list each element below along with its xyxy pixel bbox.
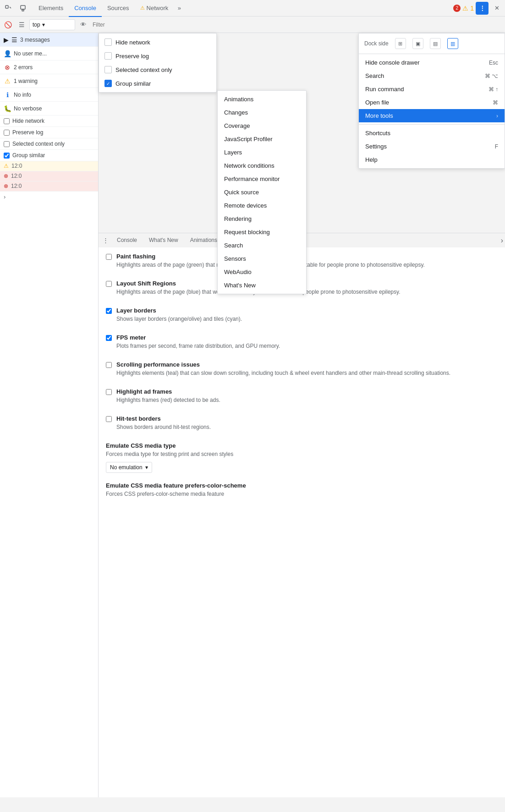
- hide-network-checkbox[interactable]: [4, 118, 10, 124]
- emulate-media-select[interactable]: No emulation ▾: [106, 462, 152, 473]
- menu-hide-console-drawer[interactable]: Hide console drawer Esc: [359, 56, 505, 69]
- submenu-changes[interactable]: Changes: [218, 106, 306, 119]
- menu-open-file[interactable]: Open file ⌘: [359, 96, 505, 109]
- svg-rect-3: [22, 10, 24, 11]
- tab-right-area: 2 ⚠ 1 ⋮ ✕: [453, 2, 503, 15]
- hide-network-row[interactable]: Hide network: [0, 115, 98, 127]
- submenu-performance-monitor[interactable]: Performance monitor: [218, 172, 306, 186]
- user-icon: 👤: [4, 50, 11, 57]
- msg-row-verbose[interactable]: 🐛 No verbose: [0, 102, 98, 115]
- clear-console-button[interactable]: 🚫: [2, 19, 14, 31]
- fps-meter-checkbox[interactable]: [106, 335, 112, 341]
- paint-flashing-checkbox[interactable]: [106, 254, 112, 260]
- submenu-webaudio[interactable]: WebAudio: [218, 265, 306, 279]
- submenu-search[interactable]: Search: [218, 239, 306, 252]
- scrolling-perf-title: Scrolling performance issues: [116, 361, 450, 368]
- preserve-log-label: Preserve log: [12, 129, 43, 136]
- menu-search[interactable]: Search ⌘ ⌥: [359, 69, 505, 82]
- dock-undock-icon[interactable]: ⊞: [395, 38, 406, 49]
- submenu-whats-new[interactable]: What's New: [218, 279, 306, 292]
- context-selector[interactable]: top ▾: [29, 19, 75, 30]
- more-tabs-button[interactable]: »: [174, 3, 185, 14]
- expand-button[interactable]: ›: [0, 192, 98, 202]
- layer-borders-checkbox[interactable]: [106, 308, 112, 314]
- warning-count-badge: ⚠ 1: [462, 5, 474, 12]
- scrolling-perf-checkbox[interactable]: [106, 362, 112, 368]
- menu-settings[interactable]: Settings F: [359, 140, 505, 153]
- submenu-rendering[interactable]: Rendering: [218, 212, 306, 225]
- hit-test-row: Hit-test borders Shows borders around hi…: [106, 415, 498, 435]
- submenu-request-blocking[interactable]: Request blocking: [218, 225, 306, 239]
- tab-console[interactable]: Console: [69, 0, 102, 17]
- dock-bottom-icon[interactable]: ▥: [447, 38, 458, 49]
- hit-test-checkbox[interactable]: [106, 416, 112, 422]
- group-similar-check: ✓: [104, 80, 112, 87]
- ad-frames-checkbox[interactable]: [106, 389, 112, 395]
- hit-test-text: Hit-test borders Shows borders around hi…: [116, 415, 211, 435]
- filter-preserve-log[interactable]: Preserve log: [99, 49, 216, 63]
- msg-row-user[interactable]: 👤 No user me...: [0, 47, 98, 60]
- tab-bar: Elements Console Sources ⚠ Network » 2 ⚠…: [0, 0, 505, 16]
- tab-elements[interactable]: Elements: [33, 0, 69, 17]
- menu-more-tools[interactable]: More tools ›: [359, 109, 505, 122]
- left-panel: ▶ ☰ 3 messages 👤 No user me... ⊗ 2 error…: [0, 33, 99, 797]
- menu-run-command[interactable]: Run command ⌘ ↑: [359, 82, 505, 96]
- filter-input[interactable]: [91, 22, 503, 28]
- emulate-select-chevron: ▾: [145, 464, 148, 471]
- emulate-media-type-section: Emulate CSS media type Forces media type…: [106, 442, 498, 473]
- tab-sources[interactable]: Sources: [102, 0, 135, 17]
- main-area: ▶ ☰ 3 messages 👤 No user me... ⊗ 2 error…: [0, 33, 505, 797]
- info-icon: ℹ: [4, 91, 11, 99]
- tab-console-bottom[interactable]: Console: [111, 233, 143, 248]
- summary-row[interactable]: ▶ ☰ 3 messages: [0, 33, 98, 47]
- selected-context-row[interactable]: Selected context only: [0, 138, 98, 150]
- preserve-log-row[interactable]: Preserve log: [0, 127, 98, 138]
- msg-row-errors[interactable]: ⊗ 2 errors: [0, 60, 98, 74]
- submenu-network-conditions[interactable]: Network conditions: [218, 159, 306, 172]
- emulate-color-desc: Forces CSS prefers-color-scheme media fe…: [106, 490, 498, 498]
- fps-meter-text: FPS meter Plots frames per second, frame…: [116, 334, 280, 354]
- inspect-icon[interactable]: [2, 2, 15, 15]
- fps-meter-desc: Plots frames per second, frame rate dist…: [116, 342, 280, 350]
- tab-network[interactable]: ⚠ Network: [135, 0, 174, 17]
- dock-left-icon[interactable]: ▣: [412, 38, 423, 49]
- selected-context-checkbox[interactable]: [4, 141, 10, 147]
- submenu-js-profiler[interactable]: JavaScript Profiler: [218, 132, 306, 146]
- group-similar-checkbox[interactable]: [4, 153, 10, 159]
- svg-rect-0: [5, 5, 8, 8]
- preserve-log-checkbox[interactable]: [4, 130, 10, 136]
- submenu-quick-source[interactable]: Quick source: [218, 186, 306, 199]
- layer-borders-desc: Shows layer borders (orange/olive) and t…: [116, 315, 242, 323]
- submenu-sensors[interactable]: Sensors: [218, 252, 306, 265]
- selected-context-check: [104, 66, 112, 73]
- filter-hide-network[interactable]: Hide network: [99, 35, 216, 49]
- submenu-remote-devices[interactable]: Remote devices: [218, 199, 306, 212]
- device-icon[interactable]: [16, 2, 29, 15]
- msg-row-info[interactable]: ℹ No info: [0, 88, 98, 102]
- submenu-layers[interactable]: Layers: [218, 146, 306, 159]
- msg-row-warnings[interactable]: ⚠ 1 warning: [0, 74, 98, 88]
- menu-help[interactable]: Help: [359, 153, 505, 166]
- layout-shift-checkbox[interactable]: [106, 281, 112, 287]
- tab-whats-new[interactable]: What's New: [143, 233, 184, 248]
- dropdown-filter-menu: Hide network Preserve log Selected conte…: [99, 33, 217, 93]
- bottom-three-dot[interactable]: ⋮: [100, 236, 110, 246]
- filter-selected-context[interactable]: Selected context only: [99, 63, 216, 77]
- network-warning-icon: ⚠: [140, 5, 145, 11]
- filter-group-similar[interactable]: ✓ Group similar: [99, 77, 216, 90]
- more-tabs-right[interactable]: ›: [501, 236, 503, 245]
- menu-shortcuts[interactable]: Shortcuts: [359, 126, 505, 140]
- emulate-color-title: Emulate CSS media feature prefers-color-…: [106, 482, 498, 489]
- ad-frames-text: Highlight ad frames Highlights frames (r…: [116, 388, 220, 408]
- more-options-button[interactable]: ⋮: [476, 2, 489, 15]
- toggle-drawer-button[interactable]: ☰: [16, 19, 27, 31]
- list-icon: ☰: [11, 36, 17, 44]
- right-side-menu: Dock side ⊞ ▣ ▤ ▥ Hide console drawer Es…: [358, 33, 505, 169]
- live-expression-button[interactable]: 👁: [77, 19, 89, 31]
- dock-right-icon[interactable]: ▤: [430, 38, 441, 49]
- close-devtools-button[interactable]: ✕: [490, 2, 503, 15]
- submenu-coverage[interactable]: Coverage: [218, 119, 306, 132]
- group-similar-row[interactable]: Group similar: [0, 150, 98, 161]
- submenu-animations[interactable]: Animations: [218, 93, 306, 106]
- emulate-media-title: Emulate CSS media type: [106, 442, 498, 449]
